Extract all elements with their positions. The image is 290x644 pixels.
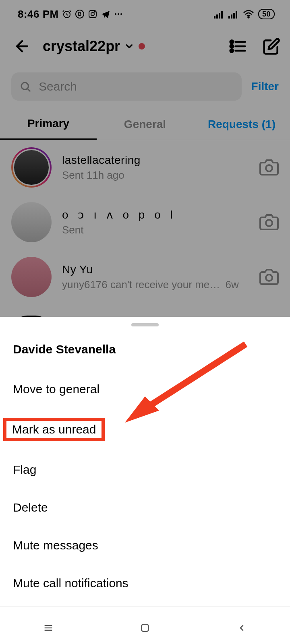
svg-rect-12 [221,11,223,19]
svg-rect-11 [219,13,220,19]
camera-icon[interactable] [259,158,279,177]
svg-rect-14 [231,14,232,19]
sheet-item-delete[interactable]: Delete [0,489,290,526]
svg-rect-15 [233,13,235,19]
search-input[interactable]: Search [11,72,242,101]
svg-point-26 [266,220,272,226]
svg-rect-10 [216,14,218,19]
more-status-icon [114,9,123,19]
tab-general[interactable]: General [97,109,193,140]
status-time: 8:46 PM [18,8,59,21]
conversation-subtitle: yuny6176 can't receive your me… 6w [62,279,249,291]
nav-home-button[interactable] [137,620,153,636]
svg-point-27 [266,275,272,281]
wifi-icon [243,10,254,19]
search-icon [19,80,31,93]
telegram-status-icon [101,9,110,19]
conversation-row[interactable]: Ny Yu yuny6176 can't receive your me… 6w [0,250,290,304]
svg-rect-16 [236,11,237,19]
camera-icon[interactable] [259,213,279,232]
avatar[interactable] [11,202,52,242]
conversation-row[interactable]: o ɔ ı ʌ o p o l Sent [0,195,290,250]
chevron-down-icon [124,41,135,52]
conversation-subtitle: Sent 11h ago [62,169,249,182]
svg-point-20 [230,45,233,47]
svg-point-22 [230,49,233,52]
conversation-row[interactable]: lastellacatering Sent 11h ago [0,140,290,195]
svg-point-17 [248,17,249,18]
nav-recents-button[interactable] [40,620,56,636]
camera-icon[interactable] [259,267,279,287]
username-label: crystal22pr [43,38,120,55]
svg-point-18 [230,40,233,43]
sheet-drag-handle[interactable] [131,323,159,326]
svg-point-4 [91,12,94,16]
svg-rect-33 [141,624,148,631]
svg-point-6 [115,13,116,15]
system-nav-bar [0,612,290,644]
conversation-name: Ny Yu [62,263,249,276]
new-message-icon[interactable] [263,37,280,55]
sheet-item-mute-messages[interactable]: Mute messages [0,526,290,564]
battery-indicator: 50 [258,9,275,19]
signal-icon-2 [228,10,239,19]
conversation-subtitle: Sent [62,224,249,236]
conversation-list: lastellacatering Sent 11h ago o ɔ ı ʌ o … [0,140,290,332]
svg-rect-9 [214,16,215,19]
inbox-tabs: Primary General Requests (1) [0,109,290,140]
tab-requests[interactable]: Requests (1) [193,109,290,140]
status-bar: 8:46 PM B [0,0,290,28]
back-button[interactable] [12,36,32,56]
conversation-name: lastellacatering [62,154,249,167]
svg-text:B: B [78,11,81,17]
svg-point-25 [266,165,272,171]
alarm-icon [62,9,72,19]
conversation-name: o ɔ ı ʌ o p o l [62,208,249,221]
sheet-item-mark-unread[interactable]: Mark as unread [2,417,106,442]
sheet-item-flag[interactable]: Flag [0,451,290,489]
avatar[interactable] [11,147,52,188]
message-requests-icon[interactable] [229,37,246,55]
sheet-item-mute-calls[interactable]: Mute call notifications [0,564,290,602]
notification-dot-icon [139,43,145,50]
sheet-title: Davide Stevanella [0,339,290,370]
search-placeholder: Search [39,80,77,93]
instagram-status-icon [88,9,97,19]
dm-header: crystal22pr [0,28,290,64]
whatsapp-status-icon: B [75,9,85,19]
signal-icon [214,10,224,19]
svg-point-5 [94,12,95,12]
svg-rect-13 [228,16,230,19]
svg-point-7 [118,13,119,15]
action-sheet: Davide Stevanella Move to general Mark a… [0,317,290,644]
tab-primary[interactable]: Primary [0,109,97,140]
nav-back-button[interactable] [234,620,250,636]
account-switcher[interactable]: crystal22pr [43,38,145,55]
filter-link[interactable]: Filter [251,80,279,93]
avatar[interactable] [11,257,52,297]
svg-point-8 [120,13,122,15]
divider [0,606,290,607]
sheet-item-move-to-general[interactable]: Move to general [0,370,290,408]
